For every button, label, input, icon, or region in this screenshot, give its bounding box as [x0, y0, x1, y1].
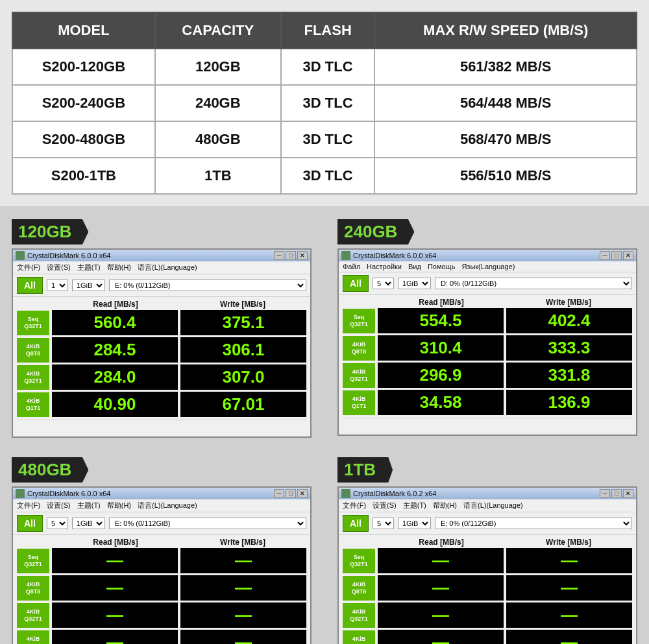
- cdm-row: 4KiBQ1T1 — —: [343, 630, 632, 644]
- menu-item[interactable]: Вид: [408, 263, 421, 270]
- write-value: —: [180, 548, 306, 573]
- menu-item[interactable]: 语言(L)(Language): [138, 263, 197, 272]
- all-button[interactable]: All: [343, 275, 369, 292]
- minimize-button[interactable]: ─: [600, 489, 610, 498]
- cell-model: S200-1TB: [12, 158, 155, 194]
- menu-item[interactable]: 文件(F): [17, 501, 40, 510]
- cdm-menubar[interactable]: 文件(F)设置(S)主题(T)帮助(H)语言(L)(Language): [13, 499, 310, 512]
- col-header-write: Write [MB/s]: [505, 538, 632, 547]
- write-value: —: [506, 548, 632, 573]
- cdm-window: CrystalDiskMark 6.0.2 x64 ─ □ ✕ 文件(F)设置(…: [337, 486, 637, 644]
- cdm-win-controls[interactable]: ─ □ ✕: [600, 251, 633, 260]
- close-button[interactable]: ✕: [297, 489, 308, 498]
- all-button[interactable]: All: [17, 515, 43, 532]
- cdm-toolbar[interactable]: All 5 1GiB E: 0% (0/112GiB): [339, 512, 636, 535]
- cdm-menubar[interactable]: 文件(F)设置(S)主题(T)帮助(H)语言(L)(Language): [339, 499, 636, 512]
- cdm-row: SeqQ32T1 — —: [343, 548, 632, 573]
- cdm-win-controls[interactable]: ─ □ ✕: [274, 251, 308, 260]
- cdm-row: SeqQ32T1 — —: [17, 548, 306, 573]
- menu-item[interactable]: 语言(L)(Language): [138, 501, 197, 510]
- col-header-flash: FLASH: [281, 12, 375, 49]
- cdm-menubar[interactable]: ФайлНастройкиВидПомощьЯзык(Language): [339, 261, 636, 272]
- col-header-read: Read [MB/s]: [52, 538, 179, 547]
- cell-capacity: 240GB: [155, 85, 281, 121]
- drive-select[interactable]: E: 0% (0/112GiB): [109, 280, 306, 291]
- cdm-app-icon: [341, 251, 350, 260]
- minimize-button[interactable]: ─: [600, 251, 610, 260]
- all-button[interactable]: All: [17, 277, 43, 294]
- cdm-titlebar: CrystalDiskMark 6.0.2 x64 ─ □ ✕: [339, 488, 636, 499]
- menu-item[interactable]: Язык(Language): [461, 263, 515, 270]
- col-header-write: Write [MB/s]: [179, 538, 306, 547]
- row-label: 4KiBQ32T1: [343, 603, 375, 628]
- cdm-row: 4KiBQ32T1 284.0 307.0: [17, 364, 306, 390]
- read-value: —: [378, 630, 504, 644]
- cdm-title: CrystalDiskMark 6.0.0 x64: [27, 252, 271, 259]
- runs-select[interactable]: 1: [47, 280, 68, 291]
- menu-item[interactable]: 文件(F): [343, 501, 366, 510]
- close-button[interactable]: ✕: [297, 251, 308, 260]
- runs-select[interactable]: 5: [373, 518, 394, 529]
- maximize-button[interactable]: □: [611, 251, 622, 260]
- cdm-app-icon: [341, 489, 350, 498]
- menu-item[interactable]: 主题(T): [77, 501, 101, 510]
- menu-item[interactable]: 主题(T): [77, 263, 101, 272]
- all-button[interactable]: All: [343, 515, 369, 532]
- row-label: 4KiBQ8T8: [343, 576, 375, 601]
- drive-select[interactable]: E: 0% (0/112GiB): [109, 518, 306, 529]
- cell-flash: 3D TLC: [281, 158, 375, 194]
- menu-item[interactable]: 主题(T): [403, 501, 426, 510]
- write-value: —: [180, 630, 306, 644]
- cdm-win-controls[interactable]: ─ □ ✕: [600, 489, 633, 498]
- write-value: 333.3: [506, 335, 632, 361]
- close-button[interactable]: ✕: [623, 489, 633, 498]
- menu-item[interactable]: 设置(S): [47, 263, 71, 272]
- minimize-button[interactable]: ─: [274, 489, 284, 498]
- maximize-button[interactable]: □: [611, 489, 622, 498]
- runs-select[interactable]: 5: [373, 278, 394, 289]
- menu-item[interactable]: 帮助(H): [107, 501, 131, 510]
- close-button[interactable]: ✕: [623, 251, 633, 260]
- cell-flash: 3D TLC: [281, 85, 375, 121]
- col-header-speed: MAX R/W SPEED (MB/S): [374, 12, 637, 49]
- write-value: 375.1: [180, 310, 306, 335]
- bench-grid: 120GB CrystalDiskMark 6.0.0 x64 ─ □ ✕ 文件…: [12, 219, 637, 644]
- menu-item[interactable]: Настройки: [367, 263, 402, 270]
- bench-label: 480GB: [12, 457, 88, 483]
- cdm-menubar[interactable]: 文件(F)设置(S)主题(T)帮助(H)语言(L)(Language): [13, 261, 310, 274]
- read-value: —: [378, 548, 504, 573]
- size-select[interactable]: 1GiB: [398, 518, 431, 529]
- runs-select[interactable]: 5: [47, 518, 68, 529]
- cell-capacity: 480GB: [155, 121, 281, 158]
- write-value: —: [506, 602, 632, 628]
- read-value: 34.58: [378, 390, 504, 415]
- cdm-win-controls[interactable]: ─ □ ✕: [274, 489, 308, 498]
- read-value: —: [52, 575, 178, 601]
- menu-item[interactable]: 文件(F): [17, 263, 40, 272]
- cell-speed: 556/510 MB/S: [374, 158, 637, 194]
- menu-item[interactable]: 帮助(H): [433, 501, 457, 510]
- menu-item[interactable]: Помощь: [428, 263, 456, 270]
- cdm-row: 4KiBQ8T8 284.5 306.1: [17, 337, 306, 363]
- cdm-toolbar[interactable]: All 1 1GiB E: 0% (0/112GiB): [13, 274, 310, 297]
- maximize-button[interactable]: □: [286, 489, 296, 498]
- minimize-button[interactable]: ─: [274, 251, 284, 260]
- menu-item[interactable]: Файл: [343, 263, 360, 270]
- cell-model: S200-480GB: [12, 121, 155, 158]
- cdm-row: 4KiBQ8T8 310.4 333.3: [343, 335, 632, 361]
- cdm-toolbar[interactable]: All 5 1GiB D: 0% (0/112GiB): [339, 272, 636, 295]
- drive-select[interactable]: E: 0% (0/112GiB): [435, 518, 632, 529]
- maximize-button[interactable]: □: [286, 251, 296, 260]
- size-select[interactable]: 1GiB: [72, 518, 105, 529]
- table-row: S200-1TB1TB3D TLC556/510 MB/S: [12, 158, 637, 194]
- size-select[interactable]: 1GiB: [398, 278, 431, 289]
- size-select[interactable]: 1GiB: [72, 280, 105, 291]
- cdm-toolbar[interactable]: All 5 1GiB E: 0% (0/112GiB): [13, 512, 310, 535]
- menu-item[interactable]: 设置(S): [373, 501, 397, 510]
- col-header-read: Read [MB/s]: [378, 298, 505, 307]
- row-label: 4KiBQ8T8: [17, 576, 49, 601]
- drive-select[interactable]: D: 0% (0/112GiB): [435, 278, 632, 289]
- menu-item[interactable]: 帮助(H): [107, 263, 131, 272]
- menu-item[interactable]: 语言(L)(Language): [463, 501, 523, 510]
- menu-item[interactable]: 设置(S): [47, 501, 71, 510]
